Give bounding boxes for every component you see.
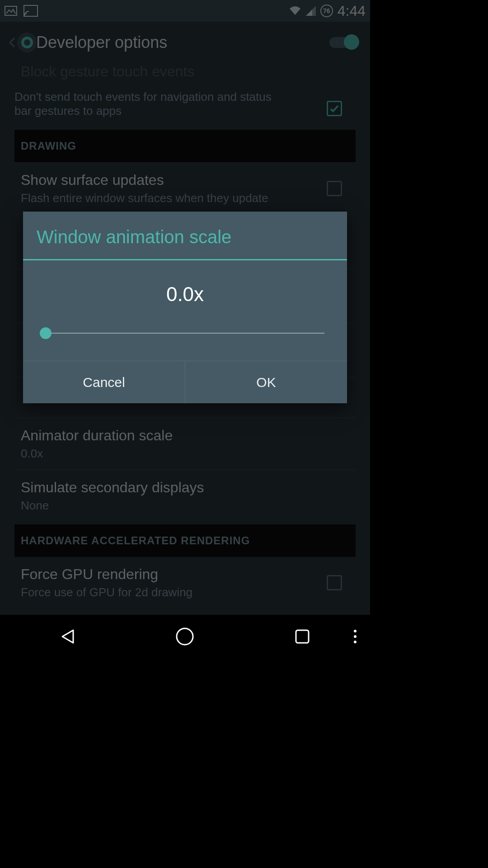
ok-button[interactable]: OK (185, 361, 347, 403)
dialog-title: Window animation scale (23, 212, 347, 260)
svg-rect-8 (296, 630, 309, 643)
svg-marker-6 (62, 630, 73, 643)
scale-value-label: 0.0x (41, 283, 329, 306)
nav-overflow-icon[interactable] (354, 630, 357, 643)
window-animation-scale-dialog: Window animation scale 0.0x Cancel OK (23, 212, 347, 403)
slider-thumb[interactable] (40, 327, 52, 339)
scale-slider[interactable] (46, 333, 324, 334)
nav-back-button[interactable] (43, 627, 93, 646)
svg-point-7 (177, 628, 193, 645)
nav-home-button[interactable] (160, 627, 210, 646)
navigation-bar (0, 615, 370, 658)
cancel-button[interactable]: Cancel (23, 361, 185, 403)
nav-recents-button[interactable] (277, 627, 327, 646)
